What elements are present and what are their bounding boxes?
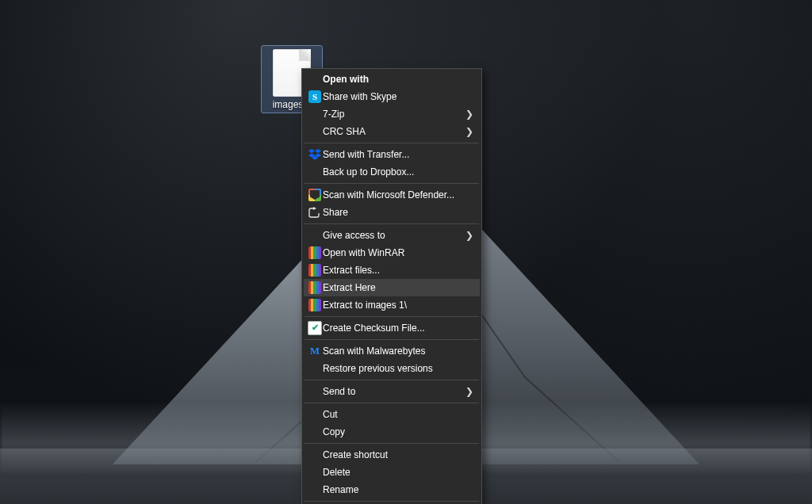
menu-extract-here-label: Extract Here xyxy=(323,279,473,296)
menu-cut-label: Cut xyxy=(323,406,473,423)
menu-send-transfer[interactable]: Send with Transfer... xyxy=(304,146,480,163)
menu-send-transfer-label: Send with Transfer... xyxy=(323,146,473,163)
defender-icon xyxy=(307,189,323,201)
menu-open-with[interactable]: Open with xyxy=(304,71,480,88)
menu-extract-to-label: Extract to images 1\ xyxy=(323,296,473,314)
share-icon xyxy=(307,206,323,219)
menu-separator xyxy=(304,380,479,380)
dropbox-icon xyxy=(307,148,323,161)
menu-scan-defender-label: Scan with Microsoft Defender... xyxy=(323,186,473,204)
menu-separator xyxy=(304,223,479,224)
winrar-icon xyxy=(307,264,323,277)
svg-marker-3 xyxy=(308,149,315,153)
menu-send-to[interactable]: Send to ❯ xyxy=(304,383,480,400)
menu-restore-previous[interactable]: Restore previous versions xyxy=(304,360,480,377)
menu-scan-defender[interactable]: Scan with Microsoft Defender... xyxy=(304,186,480,204)
menu-delete[interactable]: Delete xyxy=(304,464,480,481)
menu-crc-sha-label: CRC SHA xyxy=(323,123,461,140)
chevron-right-icon: ❯ xyxy=(465,109,473,120)
menu-7zip[interactable]: 7-Zip ❯ xyxy=(304,105,480,123)
menu-delete-label: Delete xyxy=(323,464,473,481)
menu-separator xyxy=(304,403,479,403)
menu-send-to-label: Send to xyxy=(323,383,461,400)
menu-share[interactable]: Share xyxy=(304,204,480,221)
menu-crc-sha[interactable]: CRC SHA ❯ xyxy=(304,123,480,140)
menu-open-winrar[interactable]: Open with WinRAR xyxy=(304,244,480,262)
menu-extract-to[interactable]: Extract to images 1\ xyxy=(304,296,480,314)
menu-7zip-label: 7-Zip xyxy=(323,105,461,123)
menu-separator xyxy=(304,501,479,502)
menu-give-access-label: Give access to xyxy=(323,227,461,244)
svg-marker-4 xyxy=(315,149,321,153)
menu-cut[interactable]: Cut xyxy=(304,406,480,423)
menu-copy-label: Copy xyxy=(323,423,473,441)
menu-scan-malwarebytes[interactable]: M Scan with Malwarebytes xyxy=(304,342,480,360)
menu-open-winrar-label: Open with WinRAR xyxy=(323,244,473,262)
menu-restore-previous-label: Restore previous versions xyxy=(323,360,473,377)
winrar-icon xyxy=(307,246,323,259)
menu-separator xyxy=(304,143,479,143)
checksum-icon xyxy=(307,321,323,335)
skype-icon xyxy=(307,90,323,103)
menu-give-access[interactable]: Give access to ❯ xyxy=(304,227,480,244)
winrar-icon xyxy=(307,299,323,311)
menu-extract-here[interactable]: Extract Here xyxy=(304,279,480,296)
menu-rename[interactable]: Rename xyxy=(304,481,480,498)
chevron-right-icon: ❯ xyxy=(465,386,473,397)
menu-separator xyxy=(304,443,479,444)
menu-share-label: Share xyxy=(323,204,473,221)
menu-create-shortcut[interactable]: Create shortcut xyxy=(304,446,480,464)
chevron-right-icon: ❯ xyxy=(465,230,473,241)
menu-create-checksum[interactable]: Create Checksum File... xyxy=(304,319,480,337)
context-menu: Open with Share with Skype 7-Zip ❯ CRC S… xyxy=(301,68,482,504)
menu-rename-label: Rename xyxy=(323,481,473,498)
menu-scan-malwarebytes-label: Scan with Malwarebytes xyxy=(323,342,473,360)
menu-separator xyxy=(304,183,479,184)
menu-create-checksum-label: Create Checksum File... xyxy=(323,319,473,337)
winrar-icon xyxy=(307,281,323,294)
menu-share-skype-label: Share with Skype xyxy=(323,88,473,105)
menu-open-with-label: Open with xyxy=(323,71,473,88)
chevron-right-icon: ❯ xyxy=(465,126,473,137)
menu-backup-dropbox[interactable]: Back up to Dropbox... xyxy=(304,163,480,181)
menu-separator xyxy=(304,339,479,340)
menu-extract-files-label: Extract files... xyxy=(323,262,473,279)
malwarebytes-icon: M xyxy=(307,345,323,357)
menu-copy[interactable]: Copy xyxy=(304,423,480,441)
menu-backup-dropbox-label: Back up to Dropbox... xyxy=(323,163,473,181)
menu-separator xyxy=(304,316,479,317)
menu-share-skype[interactable]: Share with Skype xyxy=(304,88,480,105)
menu-extract-files[interactable]: Extract files... xyxy=(304,262,480,279)
menu-create-shortcut-label: Create shortcut xyxy=(323,446,473,464)
